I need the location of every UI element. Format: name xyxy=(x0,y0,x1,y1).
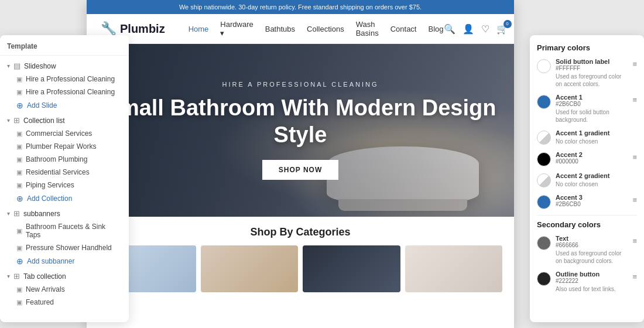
color-desc-accent-1: Used for solid button background. xyxy=(556,108,628,124)
shop-now-button[interactable]: SHOP NOW xyxy=(262,160,338,180)
color-name-accent-3: Accent 3 xyxy=(556,194,628,201)
plus-icon-3: ⊕ xyxy=(16,257,23,266)
collection-list-icon: ⊞ xyxy=(13,116,20,125)
tab-collection-label: Tab collection xyxy=(23,272,66,281)
tree-section-slideshow: ▾ ▤ Slideshow ▣ Hire a Professional Clea… xyxy=(0,59,129,112)
add-subbanner-button[interactable]: ⊕ Add subbanner xyxy=(0,254,129,268)
subbanner-item-1[interactable]: ▣ Bathroom Faucets & Sink Taps xyxy=(0,220,129,241)
nav-contact[interactable]: Contact xyxy=(390,25,417,33)
secondary-colors-title: Secondary colors xyxy=(537,220,637,229)
color-info-outline-button: Outline button #222222 Also used for tex… xyxy=(556,271,628,293)
add-slide-label: Add Slide xyxy=(27,101,57,110)
color-row-accent-2: Accent 2 #000000 ≡ xyxy=(537,151,637,166)
slide-icon-2: ▣ xyxy=(16,88,22,96)
nav-collections[interactable]: Collections xyxy=(307,25,344,33)
subbanner-icon-2: ▣ xyxy=(16,244,22,252)
color-info-solid-button-label: Solid button label #FFFFFF Used as foreg… xyxy=(556,58,628,88)
website-preview: We ship nationwide. 30-day return policy… xyxy=(87,0,514,328)
swatch-solid-button-label[interactable] xyxy=(537,59,551,73)
swatch-accent-1-gradient[interactable] xyxy=(537,131,551,145)
collection-label-5: Piping Services xyxy=(26,181,74,189)
swatch-accent-2-gradient[interactable] xyxy=(537,173,551,187)
swatch-accent-2[interactable] xyxy=(537,152,551,166)
category-card-2[interactable] xyxy=(201,245,299,292)
collection-list-parent[interactable]: ▾ ⊞ Collection list xyxy=(0,114,129,127)
hero-title: Small Bathroom With Modern Design Style xyxy=(87,95,514,148)
tab-collection-icon: ⊞ xyxy=(13,272,20,281)
nav-hardware[interactable]: Hardware ▾ xyxy=(220,20,253,37)
color-hex-accent-1: #2B6CB0 xyxy=(556,101,628,107)
tab-item-1[interactable]: ▣ New Arrivals xyxy=(0,283,129,296)
slideshow-icon: ▤ xyxy=(13,62,20,70)
collection-item-3[interactable]: ▣ Bathroom Plumbing xyxy=(0,153,129,166)
swatch-accent-1[interactable] xyxy=(537,95,551,109)
nav-blog[interactable]: Blog xyxy=(428,25,443,33)
color-name-accent-2-gradient: Accent 2 gradient xyxy=(556,172,637,179)
cart-button[interactable]: 🛒 0 xyxy=(496,23,508,35)
subbanners-parent[interactable]: ▾ ⊞ subbanners xyxy=(0,207,129,220)
edit-text-color[interactable]: ≡ xyxy=(632,237,637,245)
slide-item-1[interactable]: ▣ Hire a Professional Cleaning xyxy=(0,73,129,86)
color-row-accent-1: Accent 1 #2B6CB0 Used for solid button b… xyxy=(537,94,637,124)
edit-accent-2[interactable]: ≡ xyxy=(632,153,637,162)
color-info-text: Text #666666 Used as foreground color on… xyxy=(556,235,628,265)
category-card-3[interactable] xyxy=(303,245,400,292)
logo-area[interactable]: 🔧 Plumbiz xyxy=(101,21,165,36)
subbanner-item-2[interactable]: ▣ Pressure Shower Handheld xyxy=(0,241,129,254)
collection-icon-2: ▣ xyxy=(16,143,22,151)
nav-wash-basins[interactable]: Wash Basins xyxy=(356,20,379,37)
category-grid xyxy=(98,245,502,292)
tab-label-1: New Arrivals xyxy=(26,285,65,293)
swatch-text[interactable] xyxy=(537,236,551,250)
collection-icon-4: ▣ xyxy=(16,169,22,176)
tree-section-collection-list: ▾ ⊞ Collection list ▣ Commercial Service… xyxy=(0,114,129,206)
collection-item-5[interactable]: ▣ Piping Services xyxy=(0,179,129,192)
slideshow-label: Slideshow xyxy=(24,62,56,70)
nav-bathtubs[interactable]: Bathtubs xyxy=(265,25,295,33)
nav-home[interactable]: Home xyxy=(189,25,209,33)
site-header: 🔧 Plumbiz Home Hardware ▾ Bathtubs Colle… xyxy=(87,14,514,44)
colors-divider xyxy=(537,215,637,216)
add-collection-label: Add Collection xyxy=(27,194,72,203)
chevron-down-icon-3: ▾ xyxy=(7,210,10,217)
announcement-bar: We ship nationwide. 30-day return policy… xyxy=(87,0,514,14)
nav-icons: 🔍 👤 ♡ 🛒 0 xyxy=(444,23,508,35)
category-card-4[interactable] xyxy=(405,245,503,292)
edit-outline-button[interactable]: ≡ xyxy=(632,272,637,281)
color-row-accent-1-gradient: Accent 1 gradient No color chosen xyxy=(537,129,637,145)
color-hex-accent-3: #2B6CB0 xyxy=(556,201,628,207)
add-slide-button[interactable]: ⊕ Add Slide xyxy=(0,98,129,112)
tab-icon-1: ▣ xyxy=(16,286,22,293)
color-desc-outline-button: Also used for text links. xyxy=(556,285,628,293)
edit-accent-1[interactable]: ≡ xyxy=(632,95,637,104)
collection-item-4[interactable]: ▣ Residential Services xyxy=(0,166,129,179)
color-info-accent-2: Accent 2 #000000 xyxy=(556,151,628,165)
swatch-outline-button[interactable] xyxy=(537,272,551,286)
slideshow-parent[interactable]: ▾ ▤ Slideshow xyxy=(0,59,129,73)
collection-list-label: Collection list xyxy=(23,117,65,125)
tab-icon-2: ▣ xyxy=(16,299,22,306)
tab-item-2[interactable]: ▣ Featured xyxy=(0,296,129,309)
wishlist-button[interactable]: ♡ xyxy=(481,23,489,35)
account-button[interactable]: 👤 xyxy=(463,23,474,35)
add-collection-button[interactable]: ⊕ Add Collection xyxy=(0,192,129,206)
color-hex-accent-2: #000000 xyxy=(556,158,628,165)
panel-title: Template xyxy=(0,42,129,56)
chevron-down-icon-2: ▾ xyxy=(7,117,10,124)
collection-item-2[interactable]: ▣ Plumber Repair Works xyxy=(0,140,129,153)
chevron-down-icon: ▾ xyxy=(7,63,10,69)
color-desc-accent-2-gradient: No color chosen xyxy=(556,180,637,188)
tab-label-2: Featured xyxy=(26,298,54,306)
swatch-accent-3[interactable] xyxy=(537,195,551,209)
collection-item-1[interactable]: ▣ Commercial Services xyxy=(0,127,129,140)
edit-solid-button-label[interactable]: ≡ xyxy=(632,60,637,69)
subbanner-label-2: Pressure Shower Handheld xyxy=(26,244,112,252)
tab-collection-parent[interactable]: ▾ ⊞ Tab collection xyxy=(0,269,129,283)
color-desc-text: Used as foreground color on background c… xyxy=(556,250,628,265)
collection-label-2: Plumber Repair Works xyxy=(26,142,96,151)
edit-accent-3[interactable]: ≡ xyxy=(632,196,637,204)
color-hex-solid-button-label: #FFFFFF xyxy=(556,65,628,71)
color-name-accent-1: Accent 1 xyxy=(556,94,628,101)
search-button[interactable]: 🔍 xyxy=(444,23,455,35)
slide-item-2[interactable]: ▣ Hire a Professional Cleaning xyxy=(0,86,129,98)
